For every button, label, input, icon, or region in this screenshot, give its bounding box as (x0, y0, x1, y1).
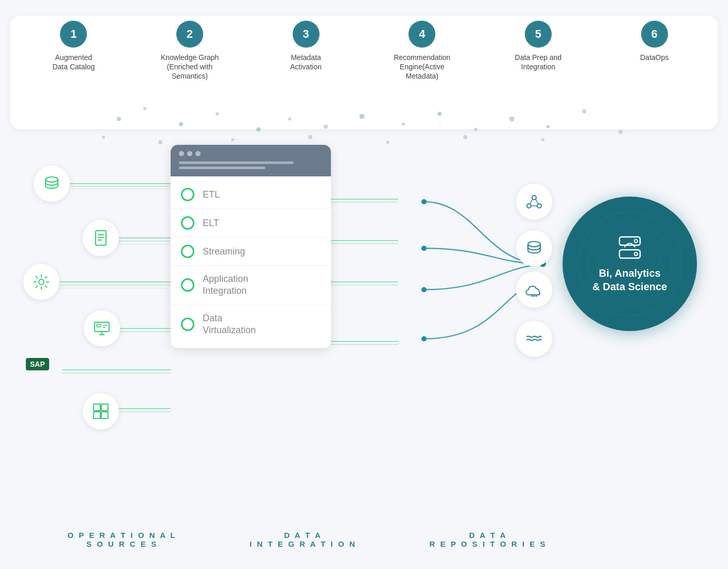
bi-analytics-circle: Bi, Analytics& Data Science (563, 197, 697, 331)
step-2: 2 Knowledge Graph(Enriched withSemantics… (148, 21, 231, 81)
operational-sources-label: O P E R A T I O N A L S O U R C E S (67, 531, 176, 548)
step-5: 5 Data Prep andIntegration (497, 21, 580, 71)
svg-rect-59 (97, 324, 101, 327)
operational-label-line1: O P E R A T I O N A L (67, 531, 176, 540)
browser-address-lines (179, 161, 323, 169)
step-2-label: Knowledge Graph(Enriched withSemantics) (161, 53, 219, 81)
step-5-circle: 5 (525, 21, 552, 48)
svg-rect-64 (94, 412, 100, 418)
right-database-icon-circle (516, 230, 552, 266)
database-icon-circle (34, 166, 70, 202)
integration-item-data-virtualization[interactable]: DataVirtualization (171, 305, 331, 344)
integration-item-etl[interactable]: ETL (171, 181, 331, 209)
bi-bg-pattern (563, 197, 697, 331)
grid-icon-circle (83, 393, 119, 429)
step-6-label: DataOps (640, 53, 669, 62)
data-integration-panel: ETL ELT Streaming ApplicationIntegration… (171, 145, 331, 348)
step-6: 6 DataOps (613, 21, 696, 62)
svg-point-16 (231, 138, 234, 141)
data-integration-label: D A T A I N T E G R A T I O N (250, 531, 357, 548)
svg-point-19 (463, 135, 467, 139)
data-virtualization-label: DataVirtualization (203, 312, 256, 337)
browser-dot-2 (187, 151, 192, 156)
svg-point-48 (421, 336, 427, 341)
browser-line-1 (179, 161, 294, 164)
svg-point-45 (421, 199, 427, 204)
monitor-icon-circle (84, 310, 120, 347)
network-icon (525, 192, 543, 211)
step-1-circle: 1 (60, 21, 87, 48)
app-integration-label: ApplicationIntegration (203, 273, 248, 297)
database-icon (42, 174, 61, 193)
top-steps-container: 1 AugmentedData Catalog 2 Knowledge Grap… (16, 21, 712, 81)
step-4-label: RecommendationEngine(ActiveMetadata) (393, 53, 450, 81)
browser-window: ETL ELT Streaming ApplicationIntegration… (171, 145, 331, 348)
step-5-label: Data Prep andIntegration (515, 53, 562, 71)
svg-rect-63 (101, 404, 108, 411)
step-3-label: MetadataActivation (290, 53, 322, 71)
etl-label: ETL (203, 189, 220, 200)
step-2-circle: 2 (176, 21, 203, 48)
step-4-circle: 4 (408, 21, 435, 48)
browser-header (171, 145, 331, 176)
svg-point-47 (421, 287, 427, 292)
monitor-icon (93, 319, 111, 338)
elt-label: ELT (203, 218, 219, 229)
svg-point-15 (158, 140, 162, 144)
step-1-label: AugmentedData Catalog (52, 53, 95, 71)
svg-rect-62 (94, 404, 100, 411)
etl-radio[interactable] (181, 188, 194, 201)
wave-icon-circle (516, 321, 552, 357)
step-3-circle: 3 (293, 21, 320, 48)
svg-point-66 (532, 196, 536, 200)
svg-point-55 (39, 279, 44, 284)
svg-point-77 (588, 222, 671, 305)
browser-line-2 (179, 167, 265, 169)
data-integration-label-line1: D A T A (250, 531, 357, 540)
right-database-icon (525, 239, 543, 258)
svg-point-18 (386, 141, 389, 144)
wave-icon (525, 330, 543, 348)
bottom-labels-container: O P E R A T I O N A L S O U R C E S D A … (0, 531, 728, 548)
step-3: 3 MetadataActivation (265, 21, 347, 71)
svg-line-70 (536, 199, 538, 204)
svg-line-69 (530, 199, 533, 204)
svg-point-76 (578, 212, 681, 316)
svg-point-17 (308, 135, 312, 139)
svg-rect-65 (101, 412, 108, 418)
graph-icon-circle (516, 184, 552, 220)
svg-point-68 (537, 204, 541, 208)
svg-point-46 (421, 246, 427, 251)
grid-icon (92, 402, 110, 421)
svg-point-14 (102, 136, 105, 139)
integration-item-elt[interactable]: ELT (171, 209, 331, 237)
app-integration-radio[interactable] (181, 278, 194, 292)
streaming-label: Streaming (203, 246, 245, 257)
integration-item-streaming[interactable]: Streaming (171, 237, 331, 266)
elt-radio[interactable] (181, 216, 194, 230)
browser-dot-3 (195, 151, 201, 156)
sap-badge: SAP (26, 360, 49, 369)
settings-icon-circle (23, 264, 59, 300)
integration-list: ETL ELT Streaming ApplicationIntegration… (171, 176, 331, 348)
svg-point-20 (541, 138, 544, 141)
step-1: 1 AugmentedData Catalog (32, 21, 115, 71)
operational-label-line2: S O U R C E S (67, 540, 176, 548)
svg-point-21 (618, 130, 623, 134)
sap-label: SAP (26, 358, 49, 370)
svg-point-72 (528, 242, 540, 247)
streaming-radio[interactable] (181, 245, 194, 258)
data-virtualization-radio[interactable] (181, 318, 194, 331)
step-4: 4 RecommendationEngine(ActiveMetadata) (381, 21, 463, 81)
document-icon (92, 229, 110, 247)
browser-dot-1 (179, 151, 184, 156)
cloud-icon-circle (516, 272, 552, 308)
data-repositories-label-line1: D A T A (429, 531, 547, 540)
data-repositories-label-line2: R E P O S I T O R I E S (429, 540, 547, 548)
svg-point-78 (599, 233, 661, 295)
cloud-icon (525, 280, 543, 299)
data-integration-label-line2: I N T E G R A T I O N (250, 540, 357, 548)
data-repositories-label: D A T A R E P O S I T O R I E S (429, 531, 547, 548)
svg-point-50 (46, 177, 58, 182)
integration-item-app-integration[interactable]: ApplicationIntegration (171, 266, 331, 305)
